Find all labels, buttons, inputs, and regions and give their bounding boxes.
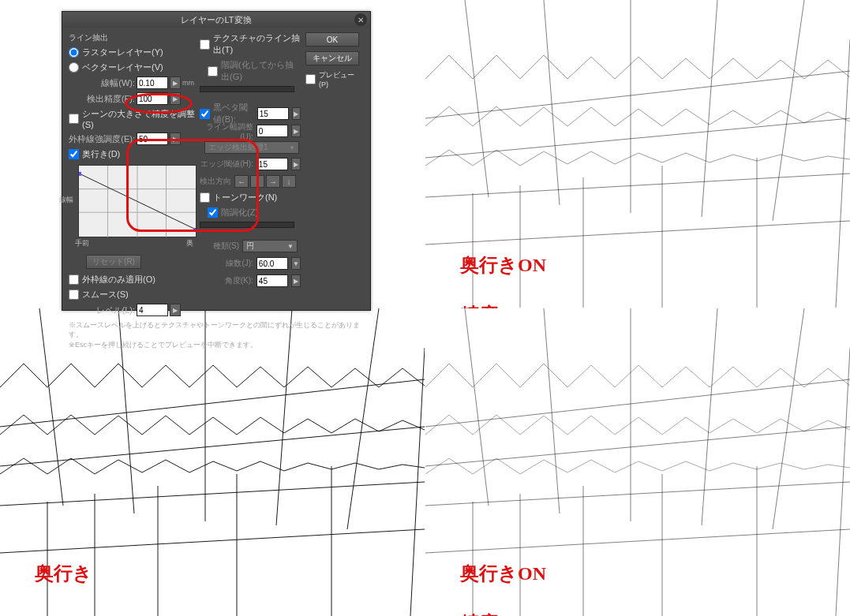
type-label: 種類(S) — [200, 241, 239, 252]
annotation-q3-l1: 奥行き — [35, 563, 92, 584]
dialog-title: レイヤーのLT変換 — [181, 14, 251, 26]
svg-rect-51 — [193, 228, 196, 232]
edgethresh-input[interactable] — [256, 158, 288, 170]
close-icon[interactable]: ✕ — [354, 13, 367, 26]
svg-rect-50 — [79, 172, 81, 176]
svg-line-17 — [0, 482, 425, 506]
radio-vector[interactable]: ベクターレイヤー(V) — [69, 62, 195, 73]
blackfill-spin[interactable]: ▶ — [292, 107, 301, 120]
arrow-right-icon[interactable]: → — [266, 175, 280, 188]
smooth-check[interactable]: スムース(S) — [69, 289, 195, 301]
edge-method-dropdown[interactable]: エッジ検出処理1▼ — [204, 141, 299, 154]
arrow-left-icon[interactable]: ← — [234, 175, 249, 188]
lines-label: 線数(J): — [200, 258, 253, 269]
annotation-q4-l1: 奥行きON — [460, 563, 546, 584]
arrow-down-icon[interactable]: ↓ — [282, 175, 296, 188]
blackfill-input[interactable] — [257, 107, 289, 120]
annotation-q4-l2: 精度100 — [460, 613, 526, 616]
angle-label: 角度(K): — [200, 275, 253, 286]
svg-line-15 — [0, 379, 425, 427]
lines-spin[interactable]: ▼ — [291, 257, 301, 270]
depth-check[interactable]: 奥行き(D) — [69, 148, 195, 160]
detect-dir-label: 検出方向 — [200, 176, 231, 187]
graph-x-far: 奥 — [186, 238, 193, 248]
svg-line-35 — [544, 308, 560, 513]
accuracy-input[interactable] — [137, 92, 168, 105]
lineadj-spin[interactable]: ▶ — [291, 125, 301, 137]
svg-line-32 — [425, 482, 850, 506]
accuracy-label: 検出精度(F): — [69, 93, 135, 105]
gradation-check[interactable]: 階調(化してから抽出(G) — [208, 59, 301, 83]
annotation-q3-l2: OFF — [35, 613, 82, 616]
depth-graph[interactable] — [78, 165, 197, 237]
line-width-label: 線幅(W): — [69, 77, 135, 89]
lineadj-label: ライン幅調整(U): — [200, 121, 253, 141]
detect-dir-arrows: ← ↑ → ↓ — [234, 175, 296, 188]
reset-button[interactable]: リセット(R) — [86, 255, 141, 269]
annotation-q2-l1: 奥行きON — [460, 255, 546, 275]
lineadj-input[interactable] — [256, 125, 288, 137]
edgethresh-spin[interactable]: ▶ — [291, 158, 301, 170]
tone-slider[interactable] — [200, 222, 294, 228]
svg-line-30 — [425, 379, 850, 427]
level-spin[interactable]: ▶ — [170, 304, 181, 316]
edgethresh-label: エッジ閾値(H): — [200, 159, 253, 170]
angle-input[interactable] — [256, 274, 288, 287]
graph-x-near: 手前 — [75, 238, 89, 248]
arrow-up-icon[interactable]: ↑ — [250, 175, 264, 188]
lines-input[interactable] — [256, 257, 288, 270]
outline-input[interactable] — [137, 133, 168, 145]
angle-spin[interactable]: ▶ — [291, 274, 301, 287]
outline-only-check[interactable]: 外枠線のみ適用(O) — [69, 274, 195, 286]
ok-button[interactable]: OK — [305, 32, 359, 47]
svg-line-5 — [544, 0, 560, 205]
svg-line-37 — [702, 308, 717, 525]
lt-convert-dialog: レイヤーのLT変換 ✕ ライン抽出 ラスターレイヤー(Y) ベクターレイヤー(V… — [62, 11, 371, 311]
tonework-check[interactable]: トーンワーク(N) — [200, 192, 301, 203]
note-smooth: ※スムースレベルを上げるとテクスチャやトーンワークとの間にずれが生じることがあり… — [69, 321, 364, 339]
scene-scale-check[interactable]: シーンの大きさで精度を調整(S) — [69, 108, 195, 129]
outline-label: 外枠線強調度(E): — [69, 133, 135, 145]
svg-line-0 — [425, 71, 850, 118]
gradation-slider[interactable] — [200, 86, 294, 92]
svg-line-34 — [465, 308, 489, 506]
svg-line-2 — [425, 174, 850, 197]
type-dropdown[interactable]: 円▼ — [242, 240, 298, 252]
section-line-extract: ライン抽出 — [69, 32, 195, 43]
level-input[interactable] — [137, 304, 168, 316]
note-esc: ※Escキーを押し続けることでプレビューを中断できます。 — [69, 341, 364, 350]
accuracy-spin[interactable]: ▶ — [170, 92, 181, 105]
svg-line-8 — [773, 0, 804, 221]
preview-check[interactable]: プレビュー(P) — [305, 70, 359, 88]
dialog-titlebar[interactable]: レイヤーのLT変換 ✕ — [62, 12, 370, 28]
texture-line-check[interactable]: テクスチャのライン抽出(T) — [200, 32, 301, 56]
level-label: レベル(L): — [69, 304, 135, 316]
line-width-unit: mm — [182, 79, 194, 87]
line-width-input[interactable] — [137, 77, 168, 89]
radio-raster[interactable]: ラスターレイヤー(Y) — [69, 47, 195, 58]
outline-spin[interactable]: ▶ — [170, 133, 181, 145]
graph-ylabel: 線幅 — [59, 195, 73, 205]
cancel-button[interactable]: キャンセル — [305, 51, 359, 65]
svg-line-38 — [773, 308, 804, 529]
line-width-spin[interactable]: ▶ — [170, 77, 181, 89]
gradation2-check[interactable]: 階調化(Z) — [208, 207, 301, 218]
svg-line-4 — [465, 0, 489, 197]
svg-line-7 — [702, 0, 717, 217]
svg-line-19 — [39, 308, 63, 506]
